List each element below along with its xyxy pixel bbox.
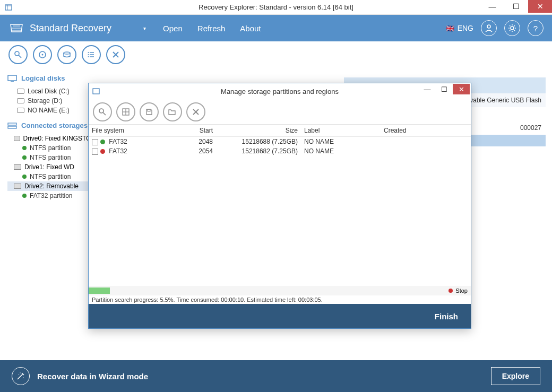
logo-icon <box>8 20 24 36</box>
status-dot-icon <box>22 146 27 150</box>
drive-item[interactable]: Drive1: Fixed WD <box>7 162 96 172</box>
disk-icon <box>14 164 21 170</box>
dialog-footer: Finish <box>89 304 471 328</box>
dialog-save-button[interactable] <box>140 102 159 121</box>
maximize-button[interactable]: ☐ <box>504 0 528 13</box>
settings-button[interactable] <box>504 20 520 36</box>
table-row[interactable]: FAT32204815218688 (7.25GB)NO NAME <box>89 137 471 147</box>
storage-icon <box>7 122 17 129</box>
app-footer: Recover data in Wizard mode Explore <box>0 360 552 392</box>
app-name: Standard Recovery <box>30 23 111 34</box>
drive-icon <box>17 108 24 113</box>
dialog-search-button[interactable] <box>93 102 112 121</box>
dialog-close-button[interactable]: ✕ <box>453 84 470 94</box>
dialog-titlebar: Manage storage partitions and regions — … <box>89 83 471 99</box>
image-tool-button[interactable] <box>57 45 76 64</box>
partition-item[interactable]: NTFS partition <box>7 153 96 162</box>
manage-partitions-dialog: Manage storage partitions and regions — … <box>88 83 471 329</box>
disk-tool-button[interactable] <box>33 45 52 64</box>
dialog-maximize-button[interactable]: ☐ <box>436 84 453 94</box>
svg-point-24 <box>99 109 104 113</box>
logical-disk[interactable]: Local Disk (C:) <box>7 86 96 96</box>
window-controls: — ☐ ✕ <box>480 0 552 13</box>
main-titlebar: Recovery Explorer: Standard - version 6.… <box>0 0 552 15</box>
checkbox[interactable] <box>92 139 98 145</box>
menu-open[interactable]: Open <box>163 24 183 33</box>
dialog-window-controls: — ☐ ✕ <box>419 84 470 94</box>
window-title: Recovery Explorer: Standard - version 6.… <box>199 3 353 11</box>
connected-storages-section: Connected storages <box>7 121 96 129</box>
svg-rect-23 <box>93 89 99 94</box>
dialog-icon <box>92 87 100 95</box>
menu-about[interactable]: About <box>240 24 261 33</box>
flag-icon: 🇬🇧 <box>446 24 454 32</box>
dialog-grid-button[interactable] <box>116 102 135 121</box>
dialog-toolbar <box>89 99 471 125</box>
disk-icon <box>14 184 21 189</box>
logical-disk[interactable]: Storage (D:) <box>7 96 96 106</box>
partition-item[interactable]: NTFS partition <box>7 143 96 153</box>
table-row[interactable]: FAT32205415218682 (7.25GB)NO NAME <box>89 146 471 156</box>
logical-disk[interactable]: NO NAME (E:) <box>7 106 96 115</box>
language-selector[interactable]: 🇬🇧 ENG <box>446 24 473 32</box>
sidebar: Logical disks Local Disk (C:) Storage (D… <box>0 68 96 360</box>
monitor-icon <box>7 75 17 82</box>
disk-icon <box>14 136 20 141</box>
header-right: 🇬🇧 ENG ? <box>446 20 544 36</box>
stop-icon <box>448 289 453 293</box>
drive-icon <box>17 98 24 103</box>
wizard-icon <box>12 367 30 385</box>
dialog-open-button[interactable] <box>163 102 182 121</box>
dialog-minimize-button[interactable]: — <box>419 84 436 94</box>
progress-bar: Stop <box>89 286 471 295</box>
minimize-button[interactable]: — <box>480 0 504 13</box>
partitions-table: File system Start Size Label Created FAT… <box>89 125 471 286</box>
col-label[interactable]: Label <box>301 125 381 137</box>
explore-button[interactable]: Explore <box>491 367 540 385</box>
svg-point-13 <box>88 56 89 57</box>
checkbox[interactable] <box>92 149 98 155</box>
progress-fill <box>89 288 110 294</box>
main-toolbar <box>0 41 552 68</box>
finish-button[interactable]: Finish <box>435 312 458 321</box>
app-header: Standard Recovery ▾ Open Refresh About 🇬… <box>0 15 552 41</box>
svg-point-2 <box>511 27 514 30</box>
menu-refresh[interactable]: Refresh <box>197 24 226 33</box>
drive-item[interactable]: Drive0: Fixed KINGSTON <box>7 134 96 143</box>
close-tool-button[interactable] <box>106 45 125 64</box>
col-created[interactable]: Created <box>381 125 471 137</box>
user-button[interactable] <box>481 20 497 36</box>
status-dot-icon <box>22 155 27 160</box>
partition-item[interactable]: NTFS partition <box>7 172 96 181</box>
svg-point-6 <box>42 54 44 56</box>
search-tool-button[interactable] <box>8 45 28 64</box>
col-filesystem[interactable]: File system <box>89 125 174 137</box>
svg-rect-0 <box>5 5 12 10</box>
dialog-cancel-button[interactable] <box>186 102 205 121</box>
close-button[interactable]: ✕ <box>528 0 552 13</box>
menu-dropdown-icon: ▾ <box>143 25 146 31</box>
main-menu: ▾ Open Refresh About <box>143 24 261 33</box>
drive-item-selected[interactable]: Drive2: Removable <box>7 181 96 191</box>
table-header-row: File system Start Size Label Created <box>89 125 471 137</box>
dialog-title: Manage storage partitions and regions <box>221 88 339 95</box>
help-button[interactable]: ? <box>528 20 544 36</box>
progress-status: Partition search progress: 5.5%. Time co… <box>89 295 471 304</box>
svg-point-21 <box>20 372 20 373</box>
app-icon <box>4 3 13 12</box>
col-size[interactable]: Size <box>216 125 301 137</box>
fs-status-dot-icon <box>100 140 105 144</box>
svg-point-12 <box>88 54 89 55</box>
app-logo: Standard Recovery <box>8 20 111 36</box>
svg-point-3 <box>15 51 19 56</box>
list-tool-button[interactable] <box>82 45 101 64</box>
svg-point-20 <box>19 374 19 374</box>
fs-status-dot-icon <box>100 149 105 154</box>
stop-button[interactable]: Stop <box>448 288 468 294</box>
svg-point-1 <box>487 25 490 28</box>
wizard-label[interactable]: Recover data in Wizard mode <box>37 372 148 381</box>
svg-point-22 <box>23 377 23 378</box>
col-start[interactable]: Start <box>174 125 216 137</box>
drive-icon <box>17 89 24 94</box>
partition-item[interactable]: FAT32 partition <box>7 191 96 201</box>
